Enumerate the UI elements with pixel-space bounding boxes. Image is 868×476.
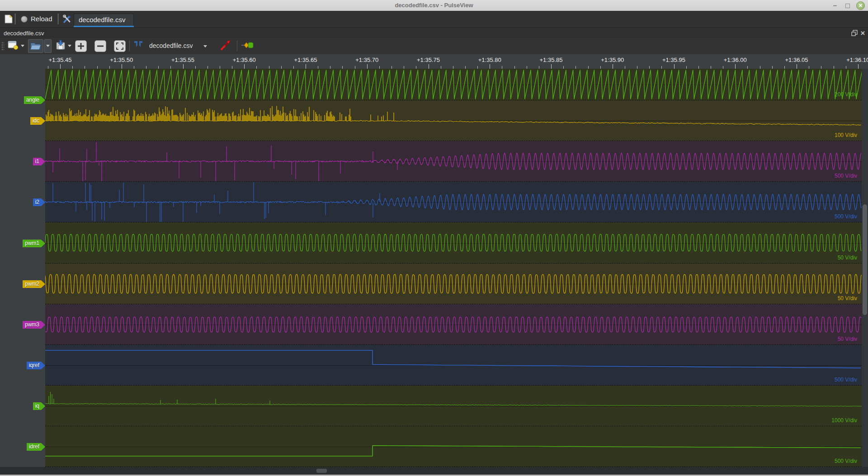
channel-tag-i1[interactable]: i1 bbox=[33, 158, 45, 165]
ruler-label: +1:35.45 bbox=[38, 57, 83, 63]
vertical-scrollbar-handle[interactable] bbox=[863, 204, 867, 315]
trace-row-angle[interactable]: 200 V/div bbox=[45, 69, 862, 100]
ruler-label: +1:35.60 bbox=[222, 57, 267, 63]
ruler-label: +1:36.00 bbox=[712, 57, 758, 63]
channel-tag-iqref[interactable]: iqref bbox=[27, 362, 45, 369]
dock-title: decodedfile.csv bbox=[4, 30, 44, 37]
trace-row-pwm1[interactable]: 50 V/div bbox=[45, 222, 862, 264]
channel-tag-iq[interactable]: iq bbox=[33, 402, 45, 410]
ruler-major-tick bbox=[60, 64, 61, 69]
waveform-iq bbox=[45, 386, 862, 426]
waveform-pwm3 bbox=[45, 304, 862, 345]
waveform-idref bbox=[45, 426, 862, 467]
new-session-icon bbox=[7, 39, 19, 51]
open-folder-icon bbox=[29, 41, 42, 52]
channel-tag-pwm1[interactable]: pwm1 bbox=[23, 240, 45, 247]
separator bbox=[237, 40, 237, 51]
session-tab-label: decodedfile.csv bbox=[79, 16, 125, 24]
trace-row-i2[interactable]: 500 V/div bbox=[45, 182, 862, 222]
ruler-major-tick bbox=[490, 64, 490, 69]
scale-label-pwm1: 50 V/div bbox=[838, 254, 857, 261]
show-cursors-button[interactable] bbox=[132, 39, 145, 52]
ruler-label: +1:35.70 bbox=[344, 57, 390, 63]
ruler-major-tick bbox=[858, 64, 859, 69]
float-dock-button[interactable] bbox=[851, 29, 858, 37]
scale-label-iq: 1000 V/div bbox=[831, 417, 857, 424]
toolbar-grip[interactable] bbox=[1, 42, 4, 51]
trace-row-pwm3[interactable]: 50 V/div bbox=[45, 304, 862, 345]
ruler-major-tick bbox=[674, 64, 675, 69]
trace-row-pwm2[interactable]: 50 V/div bbox=[45, 264, 862, 304]
device-selector-combo[interactable]: decodedfile.csv bbox=[146, 39, 213, 52]
horizontal-scrollbar-handle[interactable] bbox=[316, 469, 327, 473]
waveform-pwm1 bbox=[45, 222, 862, 264]
device-dropdown-arrow bbox=[203, 45, 207, 47]
vertical-scrollbar[interactable] bbox=[862, 69, 868, 467]
ruler-major-tick bbox=[735, 64, 736, 69]
waveform-i2 bbox=[45, 182, 862, 222]
zoom-out-button[interactable] bbox=[94, 40, 106, 52]
session-tab-decodedfile[interactable]: decodedfile.csv ✕ bbox=[74, 14, 134, 26]
waveform-angle bbox=[45, 69, 862, 100]
ruler-label: +1:35.55 bbox=[160, 57, 206, 63]
dock-titlebar: decodedfile.csv ✕ bbox=[0, 27, 868, 38]
ruler-label: +1:36.05 bbox=[774, 57, 819, 63]
channel-tag-i2[interactable]: i2 bbox=[33, 198, 45, 206]
save-button[interactable] bbox=[54, 39, 67, 52]
reload-button[interactable]: Reload bbox=[19, 13, 55, 25]
separator bbox=[58, 14, 58, 24]
trace-row-i1[interactable]: 500 V/div bbox=[45, 141, 862, 182]
open-dropdown-arrow bbox=[46, 45, 50, 47]
channel-label-gutter: angleidci1i2pwm1pwm2pwm3iqrefiqidref bbox=[0, 69, 45, 467]
scale-label-pwm2: 50 V/div bbox=[838, 295, 857, 302]
channel-tag-idc[interactable]: idc bbox=[30, 117, 45, 125]
ruler-major-tick bbox=[551, 64, 552, 69]
ruler-major-tick bbox=[429, 64, 429, 69]
trace-row-iqref[interactable]: 500 V/div bbox=[45, 345, 862, 386]
scale-label-iqref: 500 V/div bbox=[835, 377, 857, 383]
channel-tag-angle[interactable]: angle bbox=[24, 96, 45, 104]
ruler-major-tick bbox=[613, 64, 613, 69]
horizontal-scrollbar[interactable] bbox=[0, 467, 868, 475]
trace-area[interactable]: 200 V/div100 V/div500 V/div500 V/div50 V… bbox=[45, 69, 862, 467]
ruler-major-tick bbox=[797, 64, 797, 69]
zoom-in-icon bbox=[75, 41, 86, 52]
minimize-button[interactable]: – bbox=[831, 1, 839, 9]
dock-close-icon[interactable]: ✕ bbox=[860, 30, 868, 37]
channel-tag-pwm2[interactable]: pwm2 bbox=[23, 280, 45, 288]
new-session-dropdown-arrow[interactable] bbox=[21, 45, 24, 47]
open-file-button[interactable] bbox=[28, 39, 43, 53]
maximize-button[interactable] bbox=[844, 1, 852, 9]
separator bbox=[15, 14, 15, 24]
trigger-icon bbox=[241, 39, 254, 51]
trigger-button[interactable] bbox=[241, 39, 253, 52]
channels-button[interactable] bbox=[220, 39, 232, 52]
zoom-fit-button[interactable] bbox=[114, 40, 126, 52]
trace-row-idc[interactable]: 100 V/div bbox=[45, 100, 862, 141]
scale-label-i2: 500 V/div bbox=[835, 213, 857, 220]
pulseview-window: decodedfile.csv - PulseView – ✕ Reload bbox=[0, 0, 868, 476]
new-session-button[interactable] bbox=[5, 14, 13, 24]
ruler-major-tick bbox=[367, 64, 368, 69]
scale-label-idref: 500 V/div bbox=[835, 458, 857, 464]
open-file-dropdown[interactable] bbox=[44, 39, 52, 53]
new-session-toolbar-button[interactable] bbox=[7, 39, 20, 52]
float-window-icon bbox=[851, 29, 858, 37]
scale-label-i1: 500 V/div bbox=[835, 173, 857, 179]
channel-tag-pwm3[interactable]: pwm3 bbox=[23, 321, 45, 329]
zoom-in-button[interactable] bbox=[75, 40, 87, 52]
tab-close-icon[interactable]: ✕ bbox=[125, 16, 131, 23]
channel-tag-idref[interactable]: idref bbox=[27, 443, 45, 451]
time-ruler[interactable]: +1:35.45+1:35.50+1:35.55+1:35.60+1:35.65… bbox=[0, 54, 868, 69]
save-dropdown-arrow[interactable] bbox=[68, 45, 71, 47]
new-document-icon bbox=[5, 14, 13, 24]
waveform-idc bbox=[45, 100, 862, 141]
ruler-label: +1:35.75 bbox=[406, 57, 451, 63]
window-title: decodedfile.csv - PulseView bbox=[0, 2, 868, 9]
trace-row-idref[interactable]: 500 V/div bbox=[45, 426, 862, 467]
waveform-iqref bbox=[45, 345, 862, 386]
trace-row-iq[interactable]: 1000 V/div bbox=[45, 386, 862, 426]
window-close-button[interactable]: ✕ bbox=[856, 1, 865, 10]
scale-label-pwm3: 50 V/div bbox=[838, 336, 857, 342]
settings-button[interactable] bbox=[62, 14, 71, 24]
